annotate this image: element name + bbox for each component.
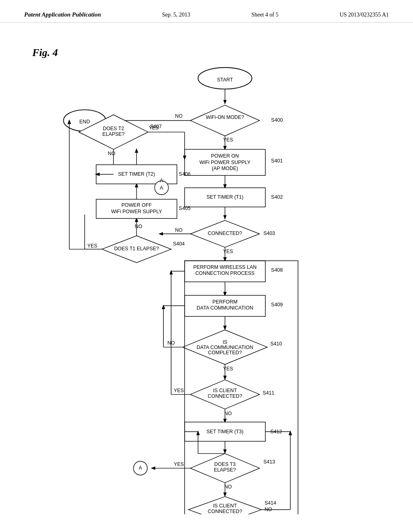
header-sheet: Sheet 4 of 5 <box>251 12 278 18</box>
svg-text:S401: S401 <box>271 158 283 164</box>
svg-text:WiFi-ON MODE?: WiFi-ON MODE? <box>206 114 244 120</box>
svg-text:POWER OFF: POWER OFF <box>121 202 152 208</box>
svg-marker-3 <box>190 105 260 136</box>
svg-text:YES: YES <box>88 243 98 249</box>
svg-text:YES: YES <box>223 366 233 372</box>
svg-text:YES: YES <box>223 249 233 254</box>
svg-text:S413: S413 <box>263 459 275 465</box>
svg-text:ELAPSE?: ELAPSE? <box>214 467 236 473</box>
svg-text:S411: S411 <box>263 390 274 396</box>
svg-text:WiFi POWER SUPPLY: WiFi POWER SUPPLY <box>200 160 250 165</box>
svg-text:S402: S402 <box>271 194 283 200</box>
svg-text:NO: NO <box>135 224 142 229</box>
svg-text:ELAPSE?: ELAPSE? <box>102 131 125 137</box>
svg-text:PERFORM WIRELESS LAN: PERFORM WIRELESS LAN <box>193 264 257 270</box>
flowchart-svg: START WiFi-ON MODE? S400 YES NO END POWE… <box>0 23 413 514</box>
svg-text:S409: S409 <box>271 302 283 308</box>
svg-text:A: A <box>160 178 163 183</box>
svg-text:S405: S405 <box>179 206 190 211</box>
svg-text:START: START <box>217 77 233 83</box>
svg-text:CONNECTED?: CONNECTED? <box>208 231 242 236</box>
svg-text:S403: S403 <box>263 231 275 236</box>
header-publication-type: Patent Application Publication <box>24 11 101 18</box>
svg-text:WiFi POWER SUPPLY: WiFi POWER SUPPLY <box>111 209 162 214</box>
svg-text:A: A <box>160 185 163 191</box>
svg-text:COMPLETED?: COMPLETED? <box>208 350 242 356</box>
svg-text:CONNECTED?: CONNECTED? <box>208 509 242 514</box>
svg-text:YES: YES <box>174 461 184 467</box>
svg-text:DOES T2: DOES T2 <box>103 126 124 131</box>
svg-text:DOES T1 ELAPSE?: DOES T1 ELAPSE? <box>114 246 159 251</box>
svg-text:NO: NO <box>224 484 232 490</box>
svg-text:NO: NO <box>224 411 232 416</box>
svg-text:CONNECTED?: CONNECTED? <box>208 393 242 399</box>
svg-text:NO: NO <box>175 113 183 119</box>
svg-text:S406: S406 <box>179 171 190 177</box>
svg-text:S404: S404 <box>173 241 185 247</box>
svg-text:S414: S414 <box>265 500 276 506</box>
svg-text:SET TIMER (T3): SET TIMER (T3) <box>206 429 244 434</box>
svg-text:DOES T3: DOES T3 <box>214 461 236 467</box>
svg-text:SET TIMER (T1): SET TIMER (T1) <box>206 194 244 200</box>
svg-text:NO: NO <box>108 151 115 156</box>
svg-text:S408: S408 <box>271 267 283 273</box>
svg-text:IS: IS <box>223 339 227 345</box>
svg-text:PERFORM: PERFORM <box>213 299 238 305</box>
svg-text:YES: YES <box>223 137 233 143</box>
svg-text:S400: S400 <box>271 117 283 123</box>
svg-text:IS CLIENT: IS CLIENT <box>213 388 237 393</box>
header-patent-number: US 2013/0232355 A1 <box>340 12 389 18</box>
diagram-area: Fig. 4 START WiFi-ON MODE? S400 YES NO E… <box>0 23 413 514</box>
header-date: Sep. 5, 2013 <box>162 12 190 18</box>
svg-text:DATA COMMUNICATION: DATA COMMUNICATION <box>197 305 253 311</box>
page-header: Patent Application Publication Sep. 5, 2… <box>0 0 413 23</box>
svg-text:CONNECTION PROCESS: CONNECTION PROCESS <box>195 270 254 276</box>
svg-text:DATA COMMUNICATION: DATA COMMUNICATION <box>197 345 253 350</box>
svg-text:A: A <box>139 465 142 471</box>
svg-text:POWER ON: POWER ON <box>211 153 239 159</box>
svg-text:(AP MODE): (AP MODE) <box>212 166 238 171</box>
svg-text:YES: YES <box>149 125 159 131</box>
svg-text:IS CLIENT: IS CLIENT <box>213 503 237 509</box>
svg-text:NO: NO <box>175 227 183 233</box>
svg-text:SET TIMER (T2): SET TIMER (T2) <box>118 171 155 177</box>
svg-text:YES: YES <box>174 388 184 393</box>
svg-text:S410: S410 <box>270 341 282 347</box>
svg-text:END: END <box>79 119 90 125</box>
